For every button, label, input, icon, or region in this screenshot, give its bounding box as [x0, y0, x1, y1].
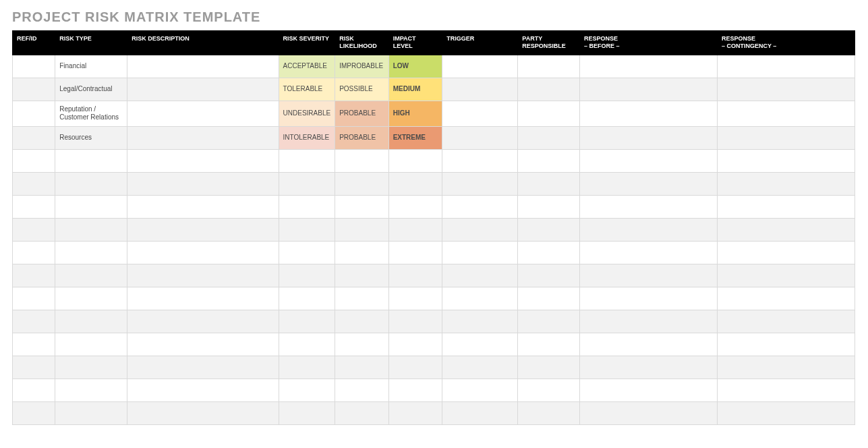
cell-desc[interactable] [127, 101, 279, 126]
cell-ref[interactable] [13, 264, 55, 287]
cell-ref[interactable] [13, 78, 55, 101]
cell-ref[interactable] [13, 101, 55, 126]
cell-party[interactable] [518, 264, 580, 287]
cell-likelihood[interactable] [335, 310, 389, 333]
cell-ref[interactable] [13, 55, 55, 78]
cell-contingency[interactable] [717, 101, 855, 126]
cell-contingency[interactable] [717, 241, 855, 264]
cell-likelihood[interactable] [335, 218, 389, 241]
cell-desc[interactable] [127, 126, 279, 149]
cell-trigger[interactable] [442, 264, 518, 287]
cell-likelihood[interactable] [335, 356, 389, 379]
cell-contingency[interactable] [717, 287, 855, 310]
cell-severity[interactable] [279, 310, 335, 333]
cell-severity[interactable]: TOLERABLE [279, 78, 335, 101]
cell-likelihood[interactable] [335, 172, 389, 195]
cell-trigger[interactable] [442, 241, 518, 264]
cell-before[interactable] [580, 401, 718, 424]
cell-contingency[interactable] [717, 78, 855, 101]
cell-ref[interactable] [13, 333, 55, 356]
cell-severity[interactable] [279, 333, 335, 356]
cell-type[interactable]: Financial [55, 55, 127, 78]
cell-contingency[interactable] [717, 172, 855, 195]
cell-likelihood[interactable]: PROBABLE [335, 101, 389, 126]
cell-trigger[interactable] [442, 401, 518, 424]
cell-party[interactable] [518, 172, 580, 195]
cell-severity[interactable]: INTOLERABLE [279, 126, 335, 149]
cell-likelihood[interactable] [335, 195, 389, 218]
cell-likelihood[interactable] [335, 401, 389, 424]
cell-severity[interactable] [279, 356, 335, 379]
cell-party[interactable] [518, 241, 580, 264]
cell-severity[interactable] [279, 172, 335, 195]
cell-type[interactable]: Reputation / Customer Relations [55, 101, 127, 126]
cell-party[interactable] [518, 333, 580, 356]
cell-desc[interactable] [127, 401, 279, 424]
cell-type[interactable]: Legal/Contractual [55, 78, 127, 101]
cell-trigger[interactable] [442, 356, 518, 379]
cell-severity[interactable] [279, 241, 335, 264]
cell-ref[interactable] [13, 379, 55, 401]
cell-impact[interactable]: EXTREME [388, 126, 442, 149]
cell-contingency[interactable] [717, 264, 855, 287]
cell-type[interactable] [55, 195, 127, 218]
cell-before[interactable] [580, 287, 718, 310]
cell-trigger[interactable] [442, 379, 518, 401]
cell-impact[interactable] [388, 195, 442, 218]
cell-contingency[interactable] [717, 356, 855, 379]
cell-desc[interactable] [127, 149, 279, 172]
cell-likelihood[interactable] [335, 241, 389, 264]
cell-type[interactable] [55, 310, 127, 333]
cell-trigger[interactable] [442, 172, 518, 195]
cell-likelihood[interactable] [335, 333, 389, 356]
cell-party[interactable] [518, 401, 580, 424]
cell-impact[interactable]: MEDIUM [388, 78, 442, 101]
cell-ref[interactable] [13, 401, 55, 424]
cell-impact[interactable] [388, 287, 442, 310]
cell-before[interactable] [580, 126, 718, 149]
cell-desc[interactable] [127, 310, 279, 333]
cell-impact[interactable] [388, 401, 442, 424]
cell-party[interactable] [518, 195, 580, 218]
cell-severity[interactable]: ACCEPTABLE [279, 55, 335, 78]
cell-contingency[interactable] [717, 379, 855, 401]
cell-type[interactable] [55, 172, 127, 195]
cell-before[interactable] [580, 356, 718, 379]
cell-before[interactable] [580, 218, 718, 241]
cell-desc[interactable] [127, 264, 279, 287]
cell-before[interactable] [580, 379, 718, 401]
cell-before[interactable] [580, 149, 718, 172]
cell-severity[interactable] [279, 218, 335, 241]
cell-contingency[interactable] [717, 333, 855, 356]
cell-impact[interactable] [388, 218, 442, 241]
cell-likelihood[interactable] [335, 264, 389, 287]
cell-desc[interactable] [127, 78, 279, 101]
cell-before[interactable] [580, 310, 718, 333]
cell-type[interactable] [55, 401, 127, 424]
cell-before[interactable] [580, 241, 718, 264]
cell-ref[interactable] [13, 126, 55, 149]
cell-desc[interactable] [127, 172, 279, 195]
cell-party[interactable] [518, 101, 580, 126]
cell-impact[interactable] [388, 264, 442, 287]
cell-trigger[interactable] [442, 149, 518, 172]
cell-severity[interactable]: UNDESIRABLE [279, 101, 335, 126]
cell-before[interactable] [580, 101, 718, 126]
cell-likelihood[interactable]: PROBABLE [335, 126, 389, 149]
cell-contingency[interactable] [717, 218, 855, 241]
cell-ref[interactable] [13, 241, 55, 264]
cell-contingency[interactable] [717, 149, 855, 172]
cell-before[interactable] [580, 333, 718, 356]
cell-severity[interactable] [279, 401, 335, 424]
cell-trigger[interactable] [442, 333, 518, 356]
cell-type[interactable] [55, 333, 127, 356]
cell-desc[interactable] [127, 287, 279, 310]
cell-type[interactable] [55, 149, 127, 172]
cell-party[interactable] [518, 310, 580, 333]
cell-severity[interactable] [279, 264, 335, 287]
cell-desc[interactable] [127, 195, 279, 218]
cell-type[interactable] [55, 356, 127, 379]
cell-party[interactable] [518, 218, 580, 241]
cell-trigger[interactable] [442, 78, 518, 101]
cell-party[interactable] [518, 55, 580, 78]
